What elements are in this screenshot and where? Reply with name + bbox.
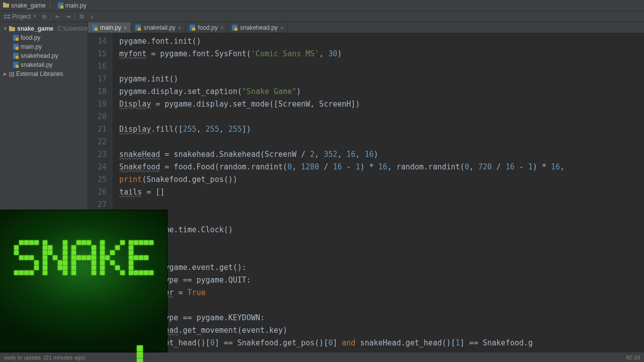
tree-file-label: snaketail.py — [21, 61, 52, 68]
project-tool-text: Project — [12, 13, 31, 20]
snake-game-overlay — [0, 210, 167, 352]
close-icon[interactable]: × — [280, 25, 283, 31]
svg-rect-13 — [16, 47, 19, 50]
tree-file-label: snakehead.py — [21, 52, 58, 59]
tree-file[interactable]: main.py — [0, 42, 88, 51]
tab-label: main.py — [100, 24, 121, 31]
python-file-icon — [13, 53, 19, 59]
close-icon[interactable]: × — [178, 25, 181, 31]
target-icon[interactable]: ⊕ — [40, 12, 49, 21]
code-content[interactable]: pygame.font.init() myfont = pygame.font.… — [112, 33, 644, 352]
breadcrumb-project[interactable]: snake_game — [3, 2, 46, 9]
tab-label: food.py — [198, 24, 217, 31]
dropdown-icon: ▼ — [33, 14, 37, 19]
svg-rect-11 — [16, 38, 19, 41]
hide-icon[interactable]: ↘ — [87, 12, 96, 21]
chevron-down-icon[interactable]: ▼ — [3, 26, 7, 31]
svg-rect-0 — [3, 4, 9, 8]
svg-rect-3 — [60, 6, 63, 9]
gear-icon[interactable]: ⚙ — [77, 12, 86, 21]
svg-rect-20 — [13, 72, 14, 77]
python-file-icon — [190, 25, 195, 31]
close-icon[interactable]: × — [220, 25, 223, 31]
tree-root[interactable]: ▼ snake_game C:\Users\rebba — [0, 24, 88, 33]
tree-file[interactable]: snaketail.py — [0, 60, 88, 69]
svg-rect-5 — [4, 17, 6, 19]
svg-rect-7 — [7, 17, 10, 19]
svg-rect-6 — [7, 15, 10, 16]
project-tool-label[interactable]: Project ▼ — [2, 13, 39, 20]
python-file-icon — [13, 62, 19, 68]
code-editor[interactable]: 14 15 16 17 18 19 20 21 22 23 24 25 26 2… — [88, 33, 644, 352]
folder-icon — [9, 26, 15, 32]
svg-rect-8 — [9, 27, 15, 31]
svg-rect-15 — [16, 56, 19, 59]
tree-file-label: food.py — [21, 34, 40, 41]
tab-label: snaketail.py — [143, 24, 175, 31]
svg-rect-1 — [3, 3, 6, 4]
status-position: 82:33 — [626, 354, 640, 360]
tree-file[interactable]: food.py — [0, 33, 88, 42]
python-file-icon — [92, 25, 98, 31]
close-icon[interactable]: × — [124, 25, 127, 31]
libraries-icon — [9, 71, 14, 76]
svg-rect-19 — [11, 72, 13, 77]
breadcrumb: snake_game 〉 main.py — [0, 0, 644, 11]
tree-file[interactable]: snakehead.py — [0, 51, 88, 60]
python-file-icon — [13, 35, 19, 41]
chevron-right-icon: 〉 — [49, 1, 55, 10]
svg-rect-18 — [9, 72, 11, 77]
tree-file-label: main.py — [21, 43, 42, 50]
svg-rect-24 — [138, 28, 141, 31]
tab-label: snakehead.py — [240, 24, 278, 31]
svg-rect-22 — [95, 28, 98, 31]
editor-tab[interactable]: main.py× — [88, 22, 131, 33]
breadcrumb-file-label: main.py — [65, 2, 87, 9]
collapse-icon[interactable]: ⇤ — [53, 12, 62, 21]
breadcrumb-file[interactable]: main.py — [58, 2, 87, 9]
snake-body — [39, 345, 149, 362]
breadcrumb-project-label: snake_game — [11, 2, 46, 9]
project-toolbar: Project ▼ ⊕ ⇤ ⇥ ⚙ ↘ — [0, 11, 644, 22]
svg-rect-4 — [4, 15, 6, 16]
tree-root-name: snake_game — [17, 25, 53, 32]
python-file-icon — [58, 3, 63, 9]
folder-icon — [3, 3, 9, 8]
editor-tab[interactable]: snaketail.py× — [131, 22, 186, 33]
python-file-icon — [135, 25, 141, 31]
editor-tab[interactable]: food.py× — [186, 22, 228, 33]
python-file-icon — [232, 25, 237, 31]
svg-rect-9 — [9, 26, 12, 28]
expand-icon[interactable]: ⇥ — [63, 12, 72, 21]
python-file-icon — [13, 44, 19, 50]
snake-title — [14, 240, 153, 275]
svg-rect-26 — [192, 28, 195, 31]
tree-external-libraries[interactable]: ▶ External Libraries — [0, 69, 88, 78]
svg-rect-17 — [16, 65, 19, 68]
editor-tabs: main.py×snaketail.py×food.py×snakehead.p… — [88, 22, 644, 33]
chevron-right-icon[interactable]: ▶ — [3, 71, 7, 76]
project-view-icon — [4, 14, 10, 20]
tree-external-label: External Libraries — [16, 70, 63, 77]
svg-rect-28 — [234, 28, 237, 31]
editor-tab[interactable]: snakehead.py× — [228, 22, 288, 33]
